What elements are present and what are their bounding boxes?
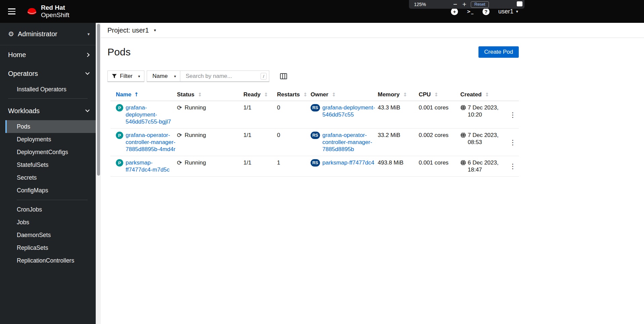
sidebar-item-label: Workloads [8, 107, 40, 115]
column-header-status[interactable]: Status ↕ [177, 88, 243, 101]
search-attribute-label: Name [152, 73, 168, 80]
sidebar-item-label: Deployments [17, 136, 51, 143]
hamburger-icon [8, 8, 15, 9]
owner-link[interactable]: grafana-operator-controller-manager-7885… [322, 132, 376, 153]
memory-cell: 33.2 MiB [378, 129, 419, 156]
help-button[interactable]: ? [482, 8, 490, 15]
create-pod-button[interactable]: Create Pod [478, 46, 519, 58]
perspective-switcher[interactable]: ⚙ Administrator ▾ [0, 23, 96, 45]
sort-icon: ↕ [303, 92, 308, 98]
sidebar-item-label: ReplicaSets [17, 244, 48, 251]
ready-cell: 1/1 [243, 129, 277, 156]
sidebar-item-installed-operators[interactable]: Installed Operators [0, 83, 96, 96]
kebab-menu-button[interactable]: ⋮ [507, 132, 518, 153]
memory-cell: 493.8 MiB [378, 156, 419, 176]
sidebar-item-deploymentconfigs[interactable]: DeploymentConfigs [0, 146, 96, 158]
sort-icon: ↕ [198, 92, 202, 98]
pod-link[interactable]: parksmap-ff7477dc4-m7d5c [126, 159, 176, 173]
sort-icon: ↕ [485, 92, 489, 98]
web-terminal-button[interactable]: >_ [467, 9, 474, 14]
created-date: 7 Dec 2023, [468, 104, 499, 111]
sync-icon: ⟳ [177, 104, 182, 111]
column-header-actions [507, 88, 519, 101]
caret-down-icon: ▾ [87, 32, 90, 37]
restarts-cell: 1 [277, 156, 311, 176]
table-row: P parksmap-ff7477dc4-m7d5c ⟳ Running 1/1… [110, 156, 519, 177]
page-title: Pods [107, 46, 131, 58]
zoom-in-button[interactable]: + [462, 2, 466, 7]
replicaset-badge: RS [311, 132, 320, 139]
status-text: Running [185, 159, 206, 166]
page-header: Pods Create Pod [107, 46, 519, 58]
sidebar-item-secrets[interactable]: Secrets [0, 171, 96, 184]
sync-icon: ⟳ [177, 132, 182, 139]
user-menu[interactable]: user1 ▾ [498, 8, 518, 15]
sidebar-item-statefulsets[interactable]: StatefulSets [0, 158, 96, 171]
chevron-down-icon [85, 71, 90, 75]
column-header-cpu[interactable]: CPU ↕ [419, 88, 460, 101]
search-input[interactable] [180, 71, 269, 82]
sidebar-item-label: DeploymentConfigs [17, 149, 68, 156]
caret-down-icon: ▾ [138, 74, 140, 79]
sidebar-item-daemonsets[interactable]: DaemonSets [0, 229, 96, 241]
owner-link[interactable]: grafana-deployment-546dd57c55 [322, 104, 376, 118]
project-selector[interactable]: Project: user1 ▾ [107, 27, 156, 34]
cpu-cell: 0.001 cores [419, 101, 460, 128]
column-header-created[interactable]: Created ↕ [460, 88, 507, 101]
zoom-popup: 125% − + Reset [409, 0, 524, 9]
sidebar-item-pods[interactable]: Pods [5, 120, 96, 133]
pod-link[interactable]: grafana-deployment-546dd57c55-bgjl7 [126, 104, 176, 125]
sidebar-item-cronjobs[interactable]: CronJobs [0, 203, 96, 216]
column-header-restarts[interactable]: Restarts ↕ [277, 88, 311, 101]
ready-cell: 1/1 [243, 156, 277, 176]
table-row: P grafana-deployment-546dd57c55-bgjl7 ⟳ … [110, 101, 519, 129]
owner-link[interactable]: parksmap-ff7477dc4 [322, 159, 374, 166]
created-cell: 7 Dec 2023, 10:20 [460, 101, 507, 128]
sidebar-item-operators[interactable]: Operators [0, 64, 96, 83]
caret-down-icon: ▾ [516, 9, 518, 14]
toolbar: Filter ▾ Name ▾ / [107, 71, 644, 82]
zoom-reset-button[interactable]: Reset [471, 1, 489, 8]
sidebar-item-label: Secrets [17, 174, 37, 181]
pod-badge: P [116, 104, 123, 111]
table-header: Name ↑ Status ↕ Ready ↕ Restarts ↕ Owner [110, 88, 519, 101]
filter-label: Filter [120, 73, 133, 80]
sidebar-item-replicasets[interactable]: ReplicaSets [0, 241, 96, 254]
masthead: Red Hat OpenShift + >_ ? user1 ▾ [0, 0, 644, 23]
created-time: 18:47 [468, 166, 499, 173]
status-text: Running [185, 132, 206, 139]
scrollbar-thumb[interactable] [97, 24, 100, 176]
sidebar-item-configmaps[interactable]: ConfigMaps [0, 184, 96, 197]
kebab-menu-button[interactable]: ⋮ [507, 104, 518, 125]
chevron-down-icon [85, 108, 90, 112]
sync-icon: ⟳ [177, 159, 182, 166]
column-header-name[interactable]: Name ↑ [116, 88, 177, 101]
sidebar-item-home[interactable]: Home [0, 45, 96, 64]
kebab-menu-button[interactable]: ⋮ [507, 159, 518, 173]
created-cell: 7 Dec 2023, 08:53 [460, 129, 507, 156]
caret-down-icon: ▾ [154, 28, 156, 33]
zoom-level: 125% [414, 2, 426, 7]
sort-icon: ↕ [434, 92, 439, 98]
help-circle-icon: ? [482, 8, 490, 15]
pod-link[interactable]: grafana-operator-controller-manager-7885… [126, 132, 176, 153]
sidebar-item-workloads[interactable]: Workloads [0, 101, 96, 120]
nav-toggle-button[interactable] [8, 7, 16, 15]
project-bar: Project: user1 ▾ [101, 23, 644, 38]
sidebar-item-jobs[interactable]: Jobs [0, 216, 96, 229]
column-header-owner[interactable]: Owner ↕ [311, 88, 378, 101]
globe-icon [460, 132, 466, 138]
sidebar-item-deployments[interactable]: Deployments [0, 133, 96, 146]
column-header-memory[interactable]: Memory ↕ [378, 88, 419, 101]
zoom-out-button[interactable]: − [453, 2, 457, 7]
search-attribute-select[interactable]: Name ▾ [147, 71, 180, 82]
brand-line1: Red Hat [41, 4, 70, 11]
cpu-cell: 0.002 cores [419, 129, 460, 156]
nav-divider [8, 98, 88, 99]
sidebar-item-replicationcontrollers[interactable]: ReplicationControllers [0, 254, 96, 267]
sidebar-scrollbar [96, 23, 101, 324]
column-header-ready[interactable]: Ready ↕ [243, 88, 277, 101]
quick-create-button[interactable]: + [451, 8, 458, 15]
filter-dropdown[interactable]: Filter ▾ [107, 71, 144, 82]
manage-columns-button[interactable] [280, 73, 287, 79]
